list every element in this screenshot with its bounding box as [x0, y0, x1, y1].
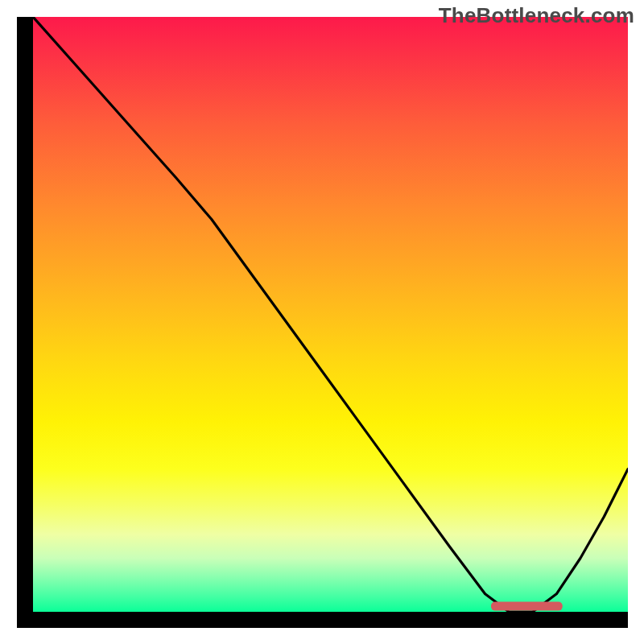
watermark-label: TheBottleneck.com	[439, 3, 634, 28]
chart-gradient-background	[33, 17, 628, 612]
